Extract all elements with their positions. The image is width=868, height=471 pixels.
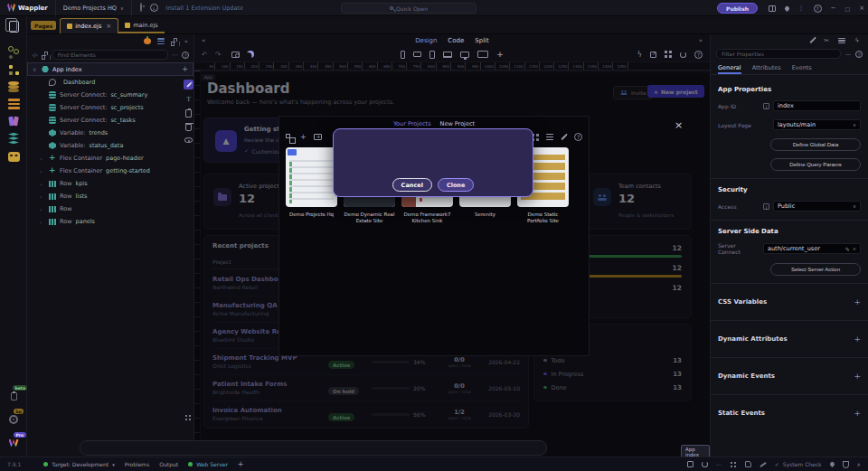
add-panel-icon[interactable]: + xyxy=(238,460,244,468)
bolt-icon[interactable]: ϟ xyxy=(854,37,859,44)
sidebar-item-beta-tools[interactable] xyxy=(6,389,21,403)
tree-node[interactable]: Dashboard xyxy=(27,76,193,89)
section-static-events[interactable]: Static Events + xyxy=(718,402,861,424)
filter-properties-input[interactable] xyxy=(716,49,841,59)
open-in-browser-icon[interactable]: ↗ xyxy=(650,52,656,58)
more-icon[interactable]: ⋯ xyxy=(716,461,722,467)
cut-icon[interactable]: ✂ xyxy=(825,37,830,44)
stack-icon[interactable] xyxy=(838,38,845,44)
chevron-collapsed-icon[interactable]: › xyxy=(40,155,45,162)
sidebar-item-settings[interactable] xyxy=(6,412,21,427)
tree-node-app-index[interactable]: ∨ App index + xyxy=(27,62,193,76)
section-css-variables[interactable]: CSS Variables + xyxy=(718,291,861,313)
tree-node[interactable]: › Row lists xyxy=(27,190,193,203)
publish-button[interactable]: Publish xyxy=(717,3,758,14)
define-global-data-button[interactable]: Define Global Data xyxy=(770,138,861,151)
modal-close-icon[interactable]: × xyxy=(675,119,683,131)
apps-grid-icon[interactable] xyxy=(184,409,193,426)
define-query-params-button[interactable]: Define Query Params xyxy=(770,158,861,171)
new-folder-icon[interactable] xyxy=(314,134,322,140)
expand-icon[interactable]: + xyxy=(854,409,861,418)
text-tool-icon[interactable]: T xyxy=(186,96,191,103)
app-id-field[interactable]: index xyxy=(773,100,861,111)
gear-icon[interactable] xyxy=(140,5,142,11)
chevron-collapsed-icon[interactable]: › xyxy=(40,168,45,174)
system-check-button[interactable]: ✓ System Check xyxy=(775,461,822,467)
kebab-menu-icon[interactable]: ⋮ xyxy=(798,5,805,12)
tab-design[interactable]: Design xyxy=(415,37,437,44)
extension-download-icon[interactable]: ↓ xyxy=(150,4,158,12)
add-icon[interactable]: + xyxy=(300,133,307,141)
help-icon[interactable]: ? xyxy=(574,133,582,141)
cancel-button[interactable]: Cancel xyxy=(392,178,432,192)
web-server-button[interactable]: Web Server xyxy=(188,461,228,467)
output-button[interactable]: Output xyxy=(159,461,178,467)
expand-icon[interactable]: + xyxy=(854,334,861,344)
section-dynamic-attributes[interactable]: Dynamic Attributes + xyxy=(718,328,861,350)
workflow-icon[interactable] xyxy=(286,134,293,141)
security-check-icon[interactable] xyxy=(843,461,849,468)
quick-open-search[interactable]: Quick Open xyxy=(341,3,476,14)
server-connect-field[interactable]: auth/current_user ✎ × xyxy=(763,243,861,254)
access-select[interactable]: Public ∨ xyxy=(773,201,861,212)
refresh-icon[interactable] xyxy=(702,461,708,467)
paste-icon[interactable] xyxy=(185,109,192,118)
chevron-collapsed-icon[interactable]: › xyxy=(40,193,45,200)
paintbrush-icon[interactable] xyxy=(760,461,767,466)
target-selector[interactable]: Target: Development ▾ xyxy=(43,461,114,467)
sidebar-item-layers[interactable] xyxy=(6,131,21,146)
dom-tree-icon[interactable] xyxy=(42,52,49,58)
list-view-icon[interactable] xyxy=(546,134,553,140)
sidebar-item-styles[interactable] xyxy=(6,114,21,128)
project-selector[interactable]: Demo Projects HQ ∨ xyxy=(55,0,132,16)
tree-node[interactable]: Server Connect: sc_tasks xyxy=(27,114,193,127)
tree-node[interactable]: Variable: status_data xyxy=(27,139,193,152)
problems-button[interactable]: Problems xyxy=(125,461,150,467)
responsive-resize-icon[interactable]: + xyxy=(496,50,504,59)
tab-your-projects[interactable]: Your Projects xyxy=(393,120,431,127)
add-element-icon[interactable]: + xyxy=(182,65,188,73)
project-thumbnail[interactable] xyxy=(286,147,337,207)
tree-node[interactable]: Server Connect: sc_projects xyxy=(27,101,193,114)
layout-page-select[interactable]: layouts/main ∨ xyxy=(773,119,861,130)
help-icon[interactable]: ? xyxy=(182,52,189,59)
delete-icon[interactable] xyxy=(185,124,192,131)
expand-icon[interactable]: + xyxy=(854,297,861,306)
expand-icon[interactable]: + xyxy=(854,372,861,381)
tab-events[interactable]: Events xyxy=(792,64,812,74)
edit-element-icon[interactable] xyxy=(184,80,193,89)
edit-icon[interactable] xyxy=(809,38,815,43)
tab-new-project[interactable]: New Project xyxy=(440,120,475,127)
project-card[interactable]: Demo Projects Hq xyxy=(286,147,337,224)
share-nodes-icon[interactable] xyxy=(730,461,737,468)
help-icon[interactable]: ? xyxy=(814,5,822,13)
sidebar-item-server[interactable] xyxy=(6,97,21,111)
feedback-icon[interactable] xyxy=(745,461,751,467)
desktop-icon[interactable] xyxy=(460,52,469,58)
collapse-panel-icon[interactable]: « xyxy=(184,38,188,45)
sidebar-item-workflows[interactable] xyxy=(6,62,21,77)
tab-attributes[interactable]: Attributes xyxy=(752,64,781,74)
help-icon[interactable]: ? xyxy=(855,51,863,58)
clear-filter-icon[interactable]: — xyxy=(845,51,851,57)
layout-columns-icon[interactable] xyxy=(769,5,776,12)
minimize-button[interactable]: − xyxy=(831,5,836,12)
chevron-collapsed-icon[interactable]: › xyxy=(40,181,45,187)
pages-badge[interactable]: Pages xyxy=(31,21,56,30)
laptop-icon[interactable] xyxy=(443,52,452,58)
rename-icon[interactable] xyxy=(561,134,566,139)
chevron-collapsed-icon[interactable]: › xyxy=(40,219,45,225)
close-tab-icon[interactable]: × xyxy=(106,23,111,30)
theme-droplet-icon[interactable] xyxy=(784,5,790,11)
chevron-expanded-icon[interactable]: ∨ xyxy=(33,66,38,72)
tree-node[interactable]: › Row kpis xyxy=(27,177,193,190)
collapse-statusbar-icon[interactable]: ∧ xyxy=(857,461,861,467)
sidebar-item-ai-assistant[interactable] xyxy=(6,149,21,164)
tablet-icon[interactable] xyxy=(429,51,435,59)
select-server-action-button[interactable]: Select Server Action xyxy=(770,263,861,276)
extension-update-link[interactable]: Install 1 Extension Update xyxy=(166,5,243,12)
phone-icon[interactable] xyxy=(401,51,405,59)
tab-main-ejs[interactable]: main.ejs xyxy=(118,18,165,33)
tree-node[interactable]: › Row xyxy=(27,203,193,215)
visibility-icon[interactable] xyxy=(184,137,193,143)
